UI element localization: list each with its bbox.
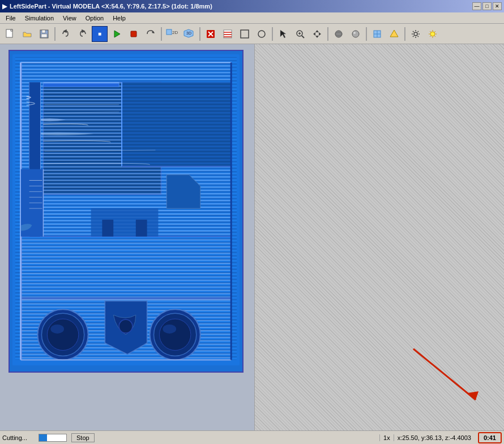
toolbar-sphere2-btn[interactable] [348,26,364,42]
svg-marker-19 [280,30,286,38]
svg-point-155 [159,319,190,350]
svg-marker-4 [114,31,120,37]
svg-point-37 [430,32,435,36]
svg-rect-17 [241,30,249,38]
timer-arrow [255,332,504,417]
svg-rect-120 [21,293,231,294]
toolbar-stop-btn[interactable] [126,26,142,42]
model-3d-view [10,51,242,372]
toolbar-settings-btn[interactable] [408,26,424,42]
status-bar: Cutting... Stop 1x x:25.50, y:36.13, z:-… [0,430,504,444]
toolbar-sep-5 [327,27,328,41]
viewport [0,44,255,430]
toolbar-undo-btn[interactable] [58,26,74,42]
svg-point-151 [47,319,78,350]
svg-point-36 [414,32,417,36]
progress-fill [39,434,47,441]
svg-text:2D: 2D [172,30,178,35]
svg-rect-105 [21,242,231,244]
svg-rect-54 [21,69,231,70]
svg-rect-56 [21,75,231,76]
svg-rect-119 [21,290,231,291]
stop-button[interactable]: Stop [71,433,95,442]
toolbar-tool1-btn[interactable] [369,26,385,42]
toolbar-view3d-btn[interactable]: 3D [181,26,197,42]
svg-rect-108 [21,253,231,254]
menu-help[interactable]: Help [108,14,130,23]
toolbar-rotate-btn[interactable] [143,26,159,42]
toolbar-sep-3 [199,27,200,41]
svg-point-157 [119,319,133,333]
toolbar-sep-6 [366,27,367,41]
window-controls[interactable]: — □ ✕ [472,2,502,10]
svg-rect-117 [21,283,231,284]
toolbar-red-mark-btn[interactable] [203,26,219,42]
svg-rect-85 [21,173,231,174]
toolbar-pan-btn[interactable] [309,26,325,42]
svg-rect-113 [21,270,231,271]
svg-rect-86 [21,177,231,178]
toolbar-light-btn[interactable] [425,26,441,42]
svg-rect-3 [41,34,47,37]
svg-rect-111 [21,263,231,264]
toolbar-save-btn[interactable] [36,26,52,42]
svg-rect-141 [122,82,231,166]
svg-marker-176 [467,391,479,400]
svg-marker-27 [319,32,321,36]
toolbar-sphere1-btn[interactable] [331,26,347,42]
scale-indicator: 1x [379,434,394,441]
time-display: 0:41 [478,432,502,443]
svg-rect-114 [21,273,231,274]
svg-rect-5 [131,31,136,37]
toolbar-play-btn[interactable] [109,26,125,42]
toolbar-view2d-btn[interactable]: 2D [164,26,180,42]
menu-view[interactable]: View [58,14,81,23]
svg-point-30 [352,31,359,37]
toolbar-circle-btn[interactable] [254,26,270,42]
svg-rect-107 [21,249,231,250]
svg-marker-26 [313,32,315,36]
svg-point-18 [258,31,265,37]
toolbar-sep-2 [161,27,162,41]
menu-simulation[interactable]: Simulation [20,14,58,23]
toolbar-new-btn[interactable] [2,26,18,42]
right-panel [255,44,504,430]
progress-bar [39,434,67,442]
cutting-label: Cutting... [2,434,36,441]
main-area [0,44,504,430]
svg-line-175 [413,349,476,400]
svg-line-21 [302,36,304,38]
toolbar-striped-btn[interactable] [220,26,236,42]
svg-rect-110 [21,259,231,261]
svg-rect-116 [21,280,231,281]
toolbar-sep-1 [54,27,55,41]
window-title: LeftSidePart - Virtual MODELA <X:54.6, Y… [10,3,212,10]
svg-marker-35 [390,30,398,37]
menu-file[interactable]: File [1,14,20,23]
toolbar-cursor-btn[interactable] [275,26,291,42]
svg-point-31 [353,32,356,34]
svg-rect-53 [21,66,231,67]
toolbar-open-btn[interactable] [19,26,35,42]
title-bar-left: ▶ LeftSidePart - Virtual MODELA <X:54.6,… [2,2,212,10]
minimize-button[interactable]: — [472,2,481,10]
svg-rect-57 [21,79,231,80]
toolbar-view-blue-btn[interactable]: ■ [92,26,108,42]
svg-point-156 [163,325,176,334]
maximize-button[interactable]: □ [482,2,492,10]
title-bar: ▶ LeftSidePart - Virtual MODELA <X:54.6,… [0,0,504,12]
toolbar-sep-7 [404,27,405,41]
svg-point-28 [335,31,342,37]
svg-rect-118 [21,287,231,288]
toolbar-box-btn[interactable] [237,26,253,42]
toolbar-zoom-btn[interactable] [292,26,308,42]
toolbar-tool2-btn[interactable] [386,26,402,42]
svg-rect-112 [21,266,231,267]
svg-rect-163 [43,82,119,83]
menu-option[interactable]: Option [81,14,108,23]
close-button[interactable]: ✕ [493,2,502,10]
toolbar-redo-btn[interactable] [75,26,91,42]
svg-rect-87 [21,180,231,181]
svg-rect-115 [21,276,231,278]
toolbar: ■ 2D 3D [0,24,504,44]
